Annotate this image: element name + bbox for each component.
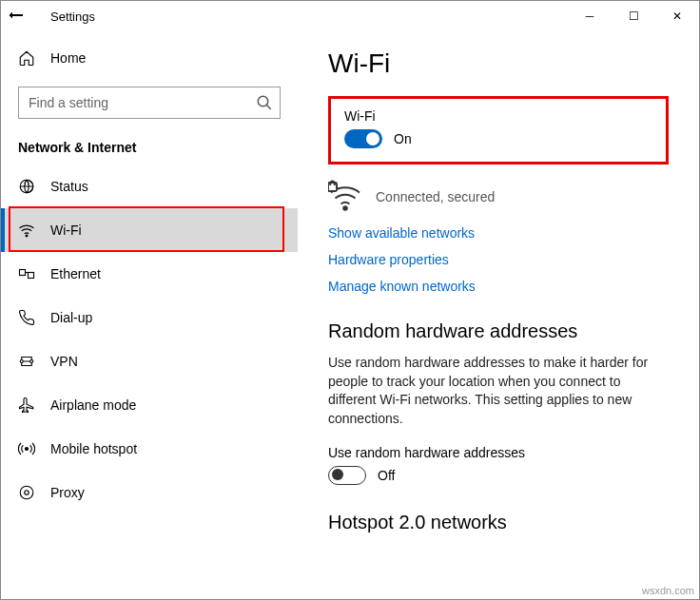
home-nav[interactable]: Home <box>1 39 298 77</box>
sidebar-item-label: Wi-Fi <box>50 223 82 238</box>
maximize-button[interactable]: ☐ <box>612 1 655 31</box>
sidebar-item-wifi[interactable]: Wi-Fi <box>1 208 298 252</box>
sidebar-item-hotspot[interactable]: Mobile hotspot <box>1 427 298 471</box>
sidebar-item-status[interactable]: Status <box>1 165 298 208</box>
random-hw-toggle[interactable] <box>328 466 366 485</box>
watermark: wsxdn.com <box>642 585 694 596</box>
category-header: Network & Internet <box>1 119 298 165</box>
back-button[interactable]: 🠔 <box>9 8 39 25</box>
airplane-icon <box>18 397 35 414</box>
sidebar-item-label: Proxy <box>50 485 85 500</box>
ethernet-icon <box>18 265 35 282</box>
svg-rect-4 <box>20 270 26 276</box>
dialup-icon <box>18 309 35 326</box>
sidebar-item-label: Ethernet <box>50 266 101 281</box>
wifi-sublabel: Wi-Fi <box>344 108 652 124</box>
hotspot-icon <box>18 440 35 457</box>
sidebar-item-vpn[interactable]: VPN <box>1 339 298 383</box>
sidebar-item-ethernet[interactable]: Ethernet <box>1 252 298 296</box>
home-label: Home <box>50 50 86 66</box>
window-title: Settings <box>39 10 568 24</box>
sidebar-item-label: Airplane mode <box>50 397 136 413</box>
link-available-networks[interactable]: Show available networks <box>328 225 669 241</box>
svg-point-0 <box>258 96 268 106</box>
page-title: Wi-Fi <box>328 48 669 79</box>
svg-point-11 <box>343 206 347 210</box>
link-hardware-properties[interactable]: Hardware properties <box>328 252 669 267</box>
sidebar-item-airplane[interactable]: Airplane mode <box>1 383 298 427</box>
random-hw-heading: Random hardware addresses <box>328 320 669 342</box>
minimize-button[interactable]: ─ <box>568 1 612 31</box>
svg-point-10 <box>25 491 29 495</box>
sidebar-item-proxy[interactable]: Proxy <box>1 471 298 514</box>
svg-point-3 <box>26 235 28 237</box>
wifi-toggle[interactable] <box>344 129 382 148</box>
status-icon <box>18 178 35 195</box>
search-box[interactable] <box>18 87 281 119</box>
main-panel: Wi-Fi Wi-Fi On Connected, secured Show a… <box>298 31 699 599</box>
wifi-toggle-section: Wi-Fi On <box>328 96 669 165</box>
svg-line-1 <box>266 105 271 109</box>
wifi-secured-icon <box>328 180 362 214</box>
sidebar-item-label: Status <box>50 179 88 194</box>
svg-point-8 <box>26 448 29 451</box>
home-icon <box>18 49 35 67</box>
connection-status-text: Connected, secured <box>376 180 495 204</box>
sidebar: Home Network & Internet Status Wi-Fi <box>1 31 298 599</box>
svg-point-6 <box>20 360 23 363</box>
wifi-state: On <box>394 131 412 146</box>
titlebar: 🠔 Settings ─ ☐ ✕ <box>1 1 699 31</box>
hotspot-heading: Hotspot 2.0 networks <box>328 512 669 533</box>
svg-rect-5 <box>29 273 34 279</box>
wifi-icon <box>18 222 35 239</box>
proxy-icon <box>18 484 35 501</box>
sidebar-item-dialup[interactable]: Dial-up <box>1 296 298 339</box>
sidebar-item-label: Dial-up <box>50 310 92 325</box>
close-button[interactable]: ✕ <box>655 1 699 31</box>
link-known-networks[interactable]: Manage known networks <box>328 279 669 294</box>
random-hw-description: Use random hardware addresses to make it… <box>328 354 669 428</box>
search-input[interactable] <box>18 87 281 119</box>
sidebar-item-label: VPN <box>50 354 78 369</box>
vpn-icon <box>18 353 35 370</box>
sidebar-item-label: Mobile hotspot <box>50 441 137 456</box>
random-hw-state: Off <box>378 468 395 483</box>
search-icon <box>256 94 273 111</box>
random-hw-toggle-label: Use random hardware addresses <box>328 445 669 460</box>
connection-status-row: Connected, secured <box>328 180 669 214</box>
svg-point-9 <box>20 486 33 499</box>
svg-point-7 <box>30 360 33 363</box>
